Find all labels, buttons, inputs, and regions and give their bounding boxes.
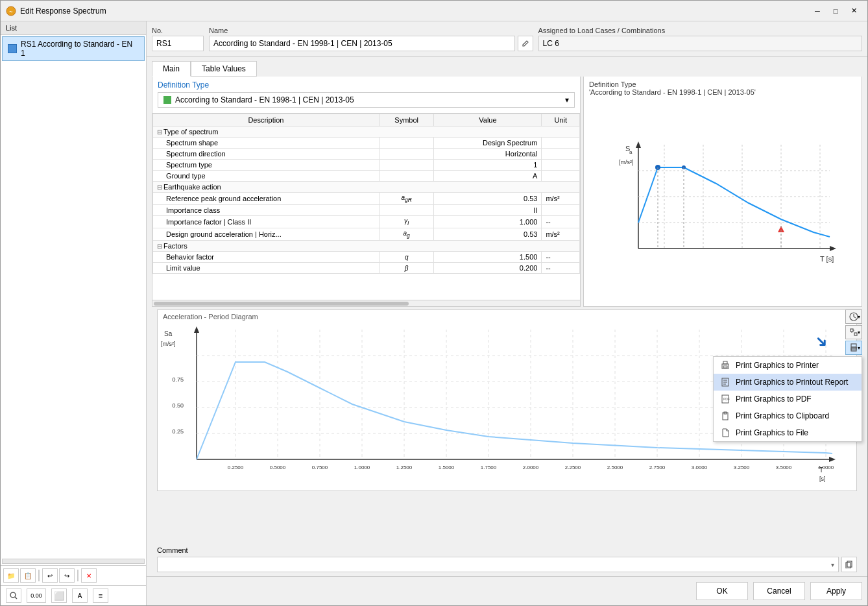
close-button[interactable]: ✕ (845, 5, 862, 18)
apply-button[interactable]: Apply (810, 582, 862, 600)
sidebar-scrollbar-h[interactable] (2, 559, 145, 564)
file-icon (720, 428, 730, 438)
font-tool-button[interactable]: A (72, 588, 88, 603)
print-tool-button[interactable]: ▾ (845, 341, 862, 355)
svg-rect-74 (850, 329, 853, 332)
sidebar-item-rs1[interactable]: RS1 According to Standard - EN 1 (2, 36, 145, 61)
svg-point-2 (10, 592, 16, 598)
chart-title-line1: Definition Type (589, 80, 856, 88)
no-input[interactable]: RS1 (152, 36, 204, 51)
decimals-tool-button[interactable]: 0.00 (27, 588, 46, 603)
svg-text:4.0000: 4.0000 (818, 465, 834, 470)
group-header-factors: ⊟Factors (153, 241, 580, 252)
no-label: No. (152, 27, 204, 34)
print-to-printer-item[interactable]: Print Graphics to Printer (714, 357, 862, 374)
svg-text:[m/s²]: [m/s²] (161, 341, 176, 347)
svg-marker-28 (194, 326, 199, 333)
cancel-button[interactable]: Cancel (753, 582, 805, 600)
tab-main[interactable]: Main (152, 61, 191, 77)
definition-type-value: According to Standard - EN 1998-1 | CEN … (175, 95, 354, 104)
redo-button[interactable]: ↪ (59, 568, 75, 583)
spectrum-chart-area: S a [m/s²] T [s] (584, 100, 862, 306)
svg-text:2.5000: 2.5000 (607, 465, 623, 470)
table-row: Reference peak ground acceleration agR 0… (153, 193, 580, 205)
undo-button[interactable]: ↩ (42, 568, 58, 583)
svg-marker-6 (636, 141, 641, 148)
group-row-type-of-spectrum: ⊟Type of spectrum (153, 127, 580, 138)
table-container[interactable]: Description Symbol Value Unit ⊟Type of s… (152, 113, 580, 300)
svg-text:0.5000: 0.5000 (270, 465, 286, 470)
svg-text:0.25: 0.25 (172, 428, 184, 435)
table-row: Limit value β 0.200 -- (153, 263, 580, 274)
green-indicator (163, 96, 171, 104)
chevron-down-icon: ▾ (565, 95, 569, 104)
fit-tool-button[interactable]: ▾ (845, 325, 862, 339)
table-scrollbar-h[interactable] (152, 300, 580, 306)
minimize-button[interactable]: ─ (809, 5, 826, 18)
delete-button[interactable]: ✕ (81, 568, 97, 583)
spectrum-item-icon (8, 44, 17, 53)
print-to-clipboard-label: Print Graphics to Clipboard (736, 411, 829, 420)
svg-text:1.2500: 1.2500 (396, 465, 413, 470)
svg-text:1.0000: 1.0000 (354, 465, 370, 470)
definition-type-dropdown[interactable]: According to Standard - EN 1998-1 | CEN … (158, 92, 575, 108)
table-row: Spectrum direction Horizontal (153, 149, 580, 160)
top-fields: No. RS1 Name Assigned to Load Cases / Co… (147, 21, 867, 57)
svg-line-73 (854, 317, 856, 318)
sidebar-bottom-toolbar: 📁 📋 ↩ ↪ ✕ (1, 565, 146, 585)
properties-table: Description Symbol Value Unit ⊟Type of s… (152, 114, 580, 274)
comment-section: Comment ▾ (152, 542, 862, 576)
print-to-file-item[interactable]: Print Graphics to File (714, 424, 862, 441)
svg-text:0.7500: 0.7500 (312, 465, 328, 470)
new-button[interactable]: 📁 (3, 568, 19, 583)
svg-rect-75 (854, 333, 857, 335)
comment-input[interactable]: ▾ (157, 557, 839, 572)
table-row: Spectrum type 1 (153, 160, 580, 171)
view-tool-button[interactable]: ⬜ (51, 588, 67, 603)
svg-text:a: a (629, 149, 633, 155)
svg-rect-78 (851, 344, 856, 347)
group-row-factors: ⊟Factors (153, 241, 580, 252)
svg-text:0.2500: 0.2500 (228, 465, 244, 470)
svg-text:Sa: Sa (164, 330, 173, 337)
comment-dropdown-icon[interactable]: ▾ (831, 561, 834, 568)
ok-button[interactable]: OK (696, 582, 748, 600)
toolbar-row-2: ▾ (845, 325, 862, 339)
name-edit-button[interactable] (518, 36, 533, 51)
name-label: Name (209, 27, 533, 34)
chart-title-line2: 'According to Standard - EN 1998-1 | CEN… (589, 88, 856, 96)
print-dropdown-arrow: ▾ (858, 345, 860, 351)
col-symbol: Symbol (379, 114, 434, 127)
print-dropdown-menu: Print Graphics to Printer Print Graphics… (713, 356, 862, 442)
comment-copy-button[interactable] (841, 557, 857, 572)
toolbar-row-3: ▾ (845, 341, 862, 355)
group-header-type: ⊟Type of spectrum (153, 127, 580, 138)
print-to-report-item[interactable]: Print Graphics to Printout Report (714, 374, 862, 391)
table-row: Ground type A (153, 171, 580, 182)
search-tool-button[interactable] (6, 588, 21, 603)
print-to-pdf-item[interactable]: PDF Print Graphics to PDF (714, 391, 862, 407)
svg-text:1.7500: 1.7500 (481, 465, 497, 470)
maximize-button[interactable]: □ (827, 5, 844, 18)
settings-tool-button[interactable]: ≡ (93, 588, 108, 603)
definition-type-header: Definition Type (152, 77, 580, 92)
copy-button[interactable]: 📋 (20, 568, 36, 583)
svg-text:3.5000: 3.5000 (776, 465, 792, 470)
print-to-file-label: Print Graphics to File (736, 428, 808, 437)
clock-tool-button[interactable]: ▾ (845, 309, 862, 324)
tab-table-values[interactable]: Table Values (191, 61, 257, 77)
print-to-clipboard-item[interactable]: Print Graphics to Clipboard (714, 407, 862, 424)
svg-text:3.2500: 3.2500 (734, 465, 750, 470)
name-input[interactable] (209, 36, 515, 51)
print-to-report-label: Print Graphics to Printout Report (736, 378, 848, 387)
main-window: ~ Edit Response Spectrum ─ □ ✕ List RS1 … (0, 0, 868, 606)
print-to-pdf-label: Print Graphics to PDF (736, 394, 812, 404)
print-to-printer-label: Print Graphics to Printer (736, 361, 819, 370)
main-area: No. RS1 Name Assigned to Load Cases / Co… (147, 21, 867, 605)
svg-text:PDF: PDF (723, 397, 730, 401)
svg-marker-7 (830, 246, 836, 251)
window-title: Edit Response Spectrum (20, 6, 809, 16)
titlebar: ~ Edit Response Spectrum ─ □ ✕ (1, 1, 867, 21)
svg-text:2.0000: 2.0000 (523, 465, 539, 470)
svg-text:2.2500: 2.2500 (565, 465, 581, 470)
